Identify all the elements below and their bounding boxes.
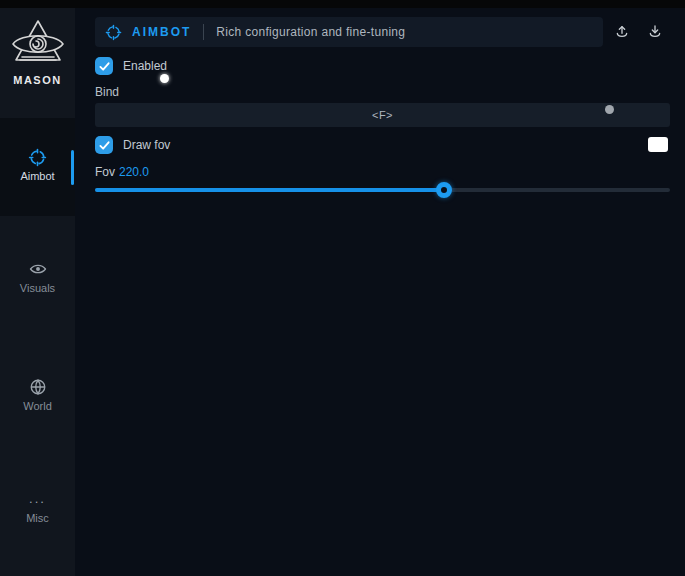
section-header: AIMBOT Rich configuration and fine-tunin… (95, 17, 603, 47)
sidebar-item-label: World (0, 400, 75, 412)
fov-color-picker[interactable] (648, 137, 668, 152)
check-icon (99, 140, 110, 151)
download-icon (647, 24, 663, 40)
crosshair-icon (105, 24, 122, 41)
mouse-cursor-dot (160, 74, 169, 83)
mason-menu-window: MASON Aimbot (0, 0, 685, 576)
active-tab-indicator (71, 150, 74, 185)
enabled-row: Enabled (95, 57, 167, 75)
bind-key-input[interactable]: <F> (95, 103, 670, 127)
sidebar-item-visuals[interactable]: Visuals (0, 260, 75, 294)
sidebar-item-label: Aimbot (0, 170, 75, 182)
window-top-strip (0, 0, 685, 8)
fov-label-text: Fov (95, 165, 115, 179)
check-icon (99, 61, 110, 72)
draw-fov-label: Draw fov (123, 138, 170, 152)
divider (203, 24, 204, 40)
enabled-checkbox[interactable] (95, 57, 113, 75)
enabled-label: Enabled (123, 59, 167, 73)
logo-text: MASON (0, 74, 75, 86)
sidebar-item-misc[interactable]: ... Misc (0, 494, 75, 524)
globe-icon (0, 378, 75, 396)
sidebar-item-label: Visuals (0, 282, 75, 294)
fov-value: 220.0 (119, 165, 149, 179)
crosshair-icon (0, 148, 75, 166)
logo: MASON (0, 18, 75, 86)
page-title: AIMBOT (132, 25, 191, 39)
ellipsis-icon: ... (0, 494, 75, 508)
pyramid-eye-logo-icon (0, 18, 75, 72)
fov-slider[interactable] (95, 188, 670, 192)
cursor-ghost-dot (605, 105, 614, 114)
eye-icon (0, 260, 75, 278)
fov-slider-fill (95, 188, 444, 192)
draw-fov-checkbox[interactable] (95, 136, 113, 154)
bind-key-value: <F> (372, 109, 393, 121)
fov-slider-thumb[interactable] (436, 182, 452, 198)
sidebar-item-label: Misc (0, 512, 75, 524)
upload-config-button[interactable] (612, 22, 632, 42)
download-config-button[interactable] (645, 22, 665, 42)
page-subtitle: Rich configuration and fine-tuning (216, 25, 405, 39)
sidebar: MASON Aimbot (0, 8, 75, 576)
fov-label: Fov220.0 (95, 165, 149, 179)
sidebar-item-aimbot[interactable]: Aimbot (0, 118, 75, 216)
draw-fov-row: Draw fov (95, 136, 170, 154)
sidebar-item-world[interactable]: World (0, 378, 75, 412)
bind-label: Bind (95, 85, 119, 99)
upload-icon (614, 24, 630, 40)
